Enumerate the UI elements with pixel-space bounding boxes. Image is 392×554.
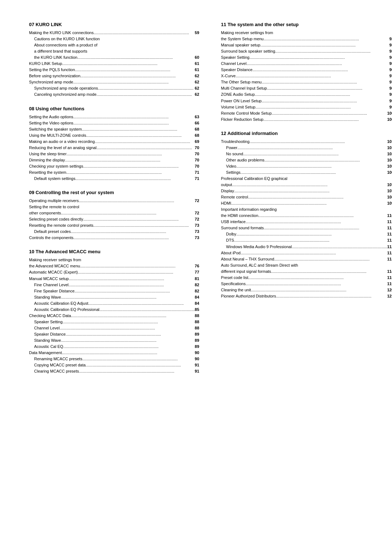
entry-dots: ........................................…	[94, 30, 195, 36]
entry-dots: ........................................…	[275, 48, 389, 54]
entry-label: Multi Channel Input Setup	[221, 85, 267, 91]
entry-label: ZONE Audio Setup	[221, 91, 255, 98]
entry-label: USB interface	[221, 219, 246, 225]
toc-entry: Important information regarding	[221, 206, 392, 213]
entry-label: Channel Level	[29, 325, 60, 331]
entry-page: 113	[387, 256, 392, 262]
entry-label: the HDMI connection	[221, 213, 258, 219]
entry-dots: ........................................…	[271, 268, 387, 275]
column-1: 07 KURO LINKMaking the KURO LINK connect…	[29, 22, 199, 382]
entry-label: Manual speaker setup	[221, 42, 260, 48]
entry-page: 92	[389, 36, 392, 42]
entry-dots: ........................................…	[260, 42, 389, 48]
entry-dots: ........................................…	[62, 319, 195, 325]
entry-label: Manual MCACC setup	[29, 276, 69, 282]
entry-dots: ........................................…	[97, 91, 195, 98]
toc-entry: Manual speaker setup ...................…	[221, 42, 392, 48]
entry-page: 73	[195, 235, 199, 241]
toc-entry: Surround sound formats .................…	[221, 225, 392, 231]
entry-label: Pioneer Authorized Distributors	[221, 293, 276, 299]
entry-label: About iPod	[221, 250, 241, 256]
entry-text: Professional Calibration EQ graphical	[221, 176, 392, 182]
entry-label: Data Management	[29, 350, 62, 356]
toc-entry: Automatic MCACC (Expert) ...............…	[29, 269, 199, 275]
entry-dots: ........................................…	[264, 116, 387, 123]
entry-dots: ........................................…	[86, 132, 195, 139]
toc-entry: Speaker Distance .......................…	[29, 331, 199, 337]
entry-label: Fine Speaker Distance	[29, 288, 74, 294]
entry-label: Standing Wave	[29, 337, 61, 344]
entry-dots: ........................................…	[249, 139, 387, 145]
toc-entry: Windows Media Audio 9 Professional .....…	[221, 244, 392, 250]
toc-entry: Making receiver settings from	[221, 30, 392, 36]
entry-label: Acoustic Calibration EQ Adjust	[29, 300, 88, 307]
toc-entry: Making an audio or a video recording ...…	[29, 139, 199, 145]
toc-entry: Cautions on the KURO LINK function	[29, 36, 199, 42]
entry-label: Making the KURO LINK connections	[29, 30, 94, 36]
entry-page: 99	[389, 104, 392, 110]
toc-entry: Dolby ..................................…	[221, 231, 392, 237]
toc-entry: Controls the components ................…	[29, 235, 199, 241]
entry-page: 77	[195, 269, 199, 275]
entry-page: 72	[195, 216, 199, 222]
entry-dots: ........................................…	[262, 98, 389, 104]
entry-page: 94	[389, 54, 392, 61]
entry-page: 73	[195, 222, 199, 229]
column-2: 11 The system and the other setupMaking …	[221, 22, 392, 382]
entry-page: 106	[387, 169, 392, 176]
toc-entry: Dimming the display ....................…	[29, 157, 199, 163]
entry-text: Making receiver settings from	[221, 30, 392, 36]
entry-dots: ........................................…	[71, 229, 195, 235]
toc-entry: Default preset codes ...................…	[29, 229, 199, 235]
toc-entry: Troubleshooting ........................…	[221, 139, 392, 145]
entry-label: Fine Channel Level	[29, 282, 69, 288]
entry-label: Reducing the level of an analog signal	[29, 145, 97, 151]
entry-page: 89	[195, 344, 199, 350]
toc-entry: Multi Channel Input Setup ..............…	[221, 85, 392, 91]
entry-dots: ........................................…	[65, 157, 195, 163]
toc-entry: Using the MULTI-ZONE controls ..........…	[29, 132, 199, 139]
toc-entry: Resetting the system ...................…	[29, 169, 199, 176]
entry-dots: ........................................…	[262, 79, 389, 85]
entry-dots: ........................................…	[62, 350, 195, 356]
entry-dots: ........................................…	[248, 194, 387, 200]
toc-entry: Fine Channel Level .....................…	[29, 282, 199, 288]
entry-page: 100	[387, 110, 392, 116]
entry-label: Synchronized amp mode	[29, 79, 73, 85]
entry-page: 82	[195, 282, 199, 288]
entry-dots: ........................................…	[71, 313, 195, 319]
toc-entry: Channel Level ..........................…	[221, 61, 392, 67]
entry-label: Speaker Distance	[221, 67, 253, 73]
entry-dots: ........................................…	[69, 282, 195, 288]
entry-page: 110	[387, 213, 392, 219]
toc-entry: Acoustic Cal EQ ........................…	[29, 344, 199, 350]
entry-label: Automatic MCACC (Expert)	[29, 269, 78, 275]
entry-label: Before using synchronization	[29, 73, 80, 79]
entry-page: 68	[195, 126, 199, 132]
section-title-system-other-setup: 11 The system and the other setup	[221, 22, 392, 28]
toc-entry: HDMI ...................................…	[221, 200, 392, 206]
entry-page: 105	[387, 163, 392, 169]
entry-dots: ........................................…	[88, 300, 195, 307]
toc-entry: Professional Calibration EQ graphical	[221, 176, 392, 182]
entry-page: 99	[389, 98, 392, 104]
entry-page: 72	[195, 198, 199, 204]
entry-label: Controls the components	[29, 235, 73, 241]
entry-dots: ........................................…	[66, 331, 195, 337]
entry-dots: ........................................…	[246, 219, 387, 225]
toc-entry: KURO LINK Setup ........................…	[29, 61, 199, 67]
entry-dots: ........................................…	[98, 85, 195, 91]
entry-label: Default system settings	[29, 176, 75, 182]
entry-dots: ........................................…	[61, 337, 195, 344]
entry-label: No sound	[221, 151, 243, 157]
toc-entry: Standing Wave ..........................…	[29, 337, 199, 344]
toc-entry: About connections with a product of	[29, 42, 199, 48]
toc-entry: Other audio problems ...................…	[221, 157, 392, 163]
entry-page: 84	[195, 294, 199, 300]
entry-page: 88	[195, 325, 199, 331]
entry-page: 66	[195, 120, 199, 126]
section-kuro-link: 07 KURO LINKMaking the KURO LINK connect…	[29, 22, 199, 98]
entry-dots: ........................................…	[73, 79, 195, 85]
toc-entry: Flicker Reduction Setup ................…	[221, 116, 392, 123]
entry-dots: ........................................…	[251, 287, 387, 293]
